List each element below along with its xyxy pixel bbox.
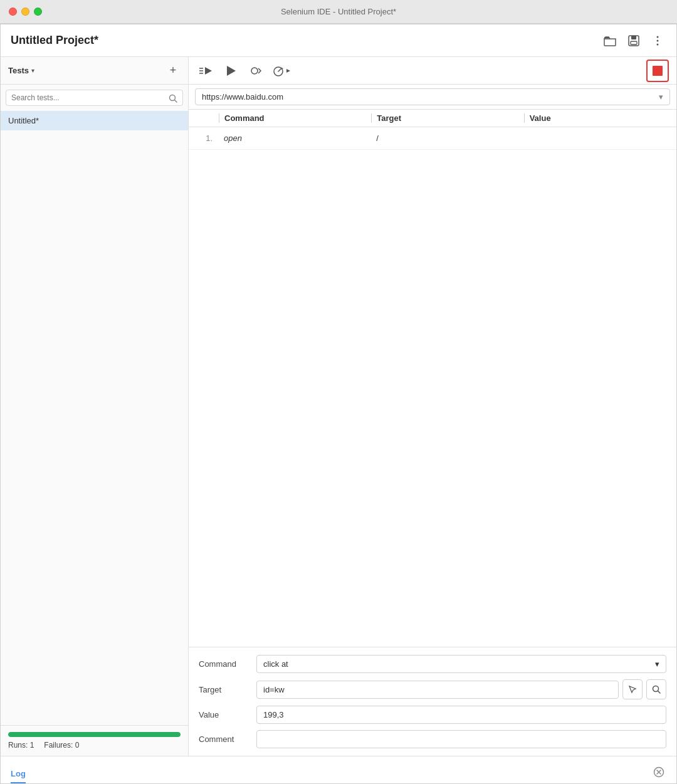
svg-line-20 — [658, 691, 661, 694]
target-input[interactable] — [256, 681, 619, 699]
runs-stat: Runs: 1 — [8, 741, 34, 750]
value-input[interactable] — [256, 706, 666, 724]
header-actions — [601, 32, 666, 50]
col-value: Value — [524, 113, 676, 123]
tests-heading: Tests ▾ — [8, 66, 34, 75]
row-target-1: / — [371, 130, 523, 147]
col-command: Command — [219, 113, 371, 123]
sidebar-bottom: Runs: 1 Failures: 0 — [1, 725, 188, 756]
row-command-1: open — [219, 130, 371, 147]
svg-marker-12 — [205, 67, 212, 75]
svg-point-14 — [251, 68, 258, 74]
command-dropdown-arrow: ▾ — [655, 659, 659, 669]
command-table: Command Target Value 1. open / — [189, 110, 676, 647]
main-content: Tests ▾ + Untitled* — [1, 57, 676, 756]
app-window: Untitled Project* — [0, 24, 677, 784]
run-stats: Runs: 1 Failures: 0 — [8, 741, 181, 750]
svg-point-6 — [657, 43, 659, 45]
log-tab[interactable]: Log — [11, 769, 26, 783]
value-detail-label: Value — [199, 710, 249, 719]
toolbar — [189, 57, 676, 85]
sidebar: Tests ▾ + Untitled* — [1, 57, 189, 756]
svg-marker-18 — [286, 69, 290, 73]
window-title: Selenium IDE - Untitled Project* — [281, 7, 396, 16]
command-row: Command click at ▾ — [199, 655, 666, 673]
app-title: Untitled Project* — [11, 34, 98, 47]
table-row[interactable]: 1. open / — [189, 127, 676, 150]
svg-line-8 — [175, 100, 177, 102]
svg-rect-3 — [631, 41, 637, 44]
run-all-tests-button[interactable] — [196, 61, 216, 81]
test-list: Untitled* — [1, 111, 188, 725]
sidebar-header: Tests ▾ + — [1, 57, 188, 85]
log-clear-button[interactable] — [651, 765, 666, 780]
right-panel: https://www.baidu.com ▾ Command Target V… — [189, 57, 676, 756]
test-item[interactable]: Untitled* — [1, 111, 188, 130]
search-icon — [169, 93, 177, 103]
command-dropdown[interactable]: click at ▾ — [256, 655, 666, 673]
record-button[interactable] — [246, 61, 266, 81]
stop-button[interactable] — [646, 60, 669, 82]
traffic-lights — [9, 8, 42, 16]
comment-detail-label: Comment — [199, 734, 249, 744]
row-value-1 — [524, 135, 676, 142]
svg-point-5 — [657, 39, 659, 41]
maximize-button[interactable] — [34, 8, 42, 16]
title-bar: Selenium IDE - Untitled Project* — [0, 0, 677, 24]
tests-label: Tests — [8, 66, 29, 75]
tests-dropdown-arrow[interactable]: ▾ — [31, 67, 34, 74]
failures-stat: Failures: 0 — [44, 741, 79, 750]
svg-point-4 — [657, 36, 659, 38]
more-options-button[interactable] — [649, 32, 666, 50]
app-header: Untitled Project* — [1, 24, 676, 57]
minimize-button[interactable] — [21, 8, 29, 16]
url-text: https://www.baidu.com — [202, 92, 659, 102]
url-dropdown-icon[interactable]: ▾ — [659, 92, 663, 102]
target-row: Target — [199, 679, 666, 699]
speed-button[interactable] — [271, 61, 291, 81]
open-project-button[interactable] — [601, 32, 619, 50]
add-test-button[interactable]: + — [165, 63, 181, 78]
table-header: Command Target Value — [189, 110, 676, 127]
svg-line-16 — [278, 68, 281, 71]
row-num-1: 1. — [189, 130, 219, 147]
svg-marker-13 — [227, 66, 236, 76]
close-button[interactable] — [9, 8, 17, 16]
command-detail-label: Command — [199, 659, 249, 669]
target-input-wrap — [256, 679, 666, 699]
save-project-button[interactable] — [625, 32, 643, 50]
log-bar: Log — [1, 756, 676, 783]
command-detail: Command click at ▾ Target — [189, 647, 676, 756]
search-input[interactable] — [11, 93, 169, 102]
value-row: Value — [199, 706, 666, 724]
toolbar-left — [196, 61, 291, 81]
col-target: Target — [371, 113, 523, 123]
test-item-label: Untitled* — [8, 116, 39, 125]
search-box — [6, 90, 183, 106]
target-detail-label: Target — [199, 685, 249, 694]
command-dropdown-value: click at — [263, 659, 288, 669]
comment-input[interactable] — [256, 730, 666, 748]
url-input-container[interactable]: https://www.baidu.com ▾ — [195, 88, 670, 105]
url-bar: https://www.baidu.com ▾ — [189, 85, 676, 110]
comment-row: Comment — [199, 730, 666, 748]
col-num — [189, 113, 219, 123]
svg-rect-2 — [631, 36, 636, 39]
pick-target-button[interactable] — [622, 679, 643, 699]
run-test-button[interactable] — [221, 61, 241, 81]
progress-bar-container — [8, 732, 181, 737]
search-target-button[interactable] — [646, 679, 666, 699]
progress-bar-fill — [8, 732, 181, 737]
stop-icon — [653, 66, 663, 76]
